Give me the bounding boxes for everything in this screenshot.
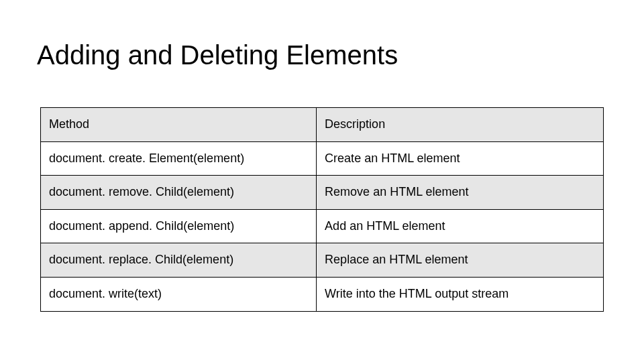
cell-method: document. write(text): [41, 277, 317, 311]
cell-method: document. append. Child(element): [41, 209, 317, 243]
cell-description: Remove an HTML element: [317, 176, 604, 210]
table-row: document. write(text) Write into the HTM…: [41, 277, 604, 311]
cell-description: Write into the HTML output stream: [317, 277, 604, 311]
cell-method: document. create. Element(element): [41, 141, 317, 176]
table-row: document. replace. Child(element) Replac…: [41, 243, 604, 278]
table-row: document. remove. Child(element) Remove …: [41, 176, 604, 210]
cell-description: Create an HTML element: [317, 141, 604, 176]
cell-description: Add an HTML element: [317, 209, 604, 243]
table-header-row: Method Description: [41, 108, 604, 142]
slide: Adding and Deleting Elements Method Desc…: [0, 0, 644, 362]
cell-method: document. replace. Child(element): [41, 243, 317, 278]
table-header-method: Method: [41, 108, 317, 142]
table-header-description: Description: [317, 108, 604, 142]
cell-description: Replace an HTML element: [317, 243, 604, 278]
page-title: Adding and Deleting Elements: [37, 40, 398, 70]
table-row: document. create. Element(element) Creat…: [41, 141, 604, 176]
methods-table: Method Description document. create. Ele…: [40, 107, 604, 312]
table-row: document. append. Child(element) Add an …: [41, 209, 604, 243]
methods-table-container: Method Description document. create. Ele…: [40, 107, 604, 312]
cell-method: document. remove. Child(element): [41, 176, 317, 210]
